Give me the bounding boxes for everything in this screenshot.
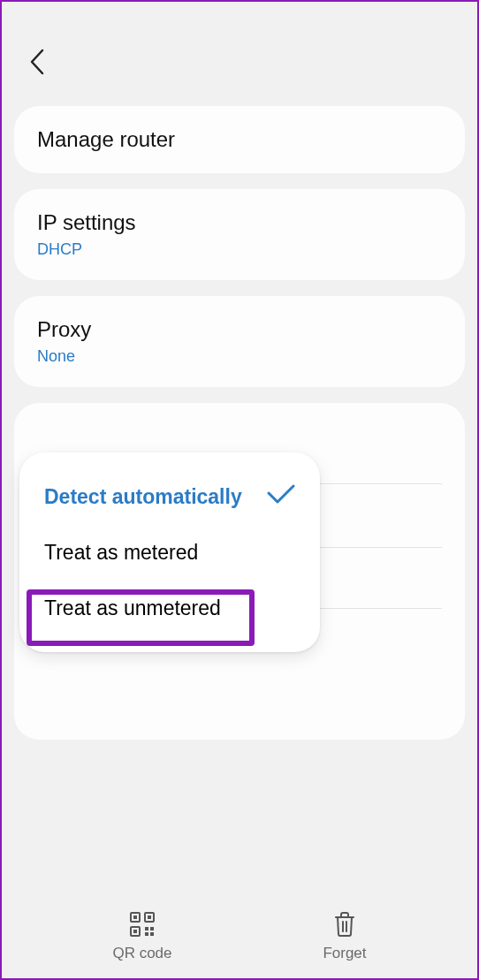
proxy-value: None <box>37 347 442 366</box>
svg-rect-4 <box>148 915 151 919</box>
bottom-bar: QR code Forget <box>2 911 477 962</box>
trash-icon <box>333 911 356 938</box>
popup-detect-auto[interactable]: Detect automatically <box>19 468 320 525</box>
check-icon <box>267 484 295 509</box>
qr-code-icon <box>129 911 156 938</box>
proxy-label: Proxy <box>37 317 442 342</box>
qr-code-button[interactable]: QR code <box>112 911 171 962</box>
ip-settings-card[interactable]: IP settings DHCP <box>14 189 465 280</box>
svg-rect-8 <box>145 932 148 936</box>
manage-router-label: Manage router <box>37 127 442 152</box>
proxy-card[interactable]: Proxy None <box>14 296 465 387</box>
manage-router-card[interactable]: Manage router <box>14 106 465 173</box>
popup-unmetered-label: Treat as unmetered <box>44 596 221 620</box>
svg-rect-9 <box>150 932 154 936</box>
svg-rect-5 <box>133 930 137 933</box>
ip-settings-value: DHCP <box>37 240 442 259</box>
popup-metered-label: Treat as metered <box>44 541 198 565</box>
back-button[interactable] <box>19 44 55 80</box>
ip-settings-label: IP settings <box>37 210 442 235</box>
forget-button[interactable]: Forget <box>323 911 366 962</box>
svg-rect-3 <box>133 915 137 919</box>
forget-label: Forget <box>323 945 366 962</box>
popup-unmetered[interactable]: Treat as unmetered <box>19 581 320 636</box>
metered-popup: Detect automatically Treat as metered Tr… <box>19 452 320 652</box>
popup-metered[interactable]: Treat as metered <box>19 525 320 581</box>
popup-detect-auto-label: Detect automatically <box>44 485 242 509</box>
svg-rect-7 <box>150 927 154 931</box>
back-icon <box>27 47 47 77</box>
qr-code-label: QR code <box>112 945 171 962</box>
svg-rect-6 <box>145 927 148 931</box>
